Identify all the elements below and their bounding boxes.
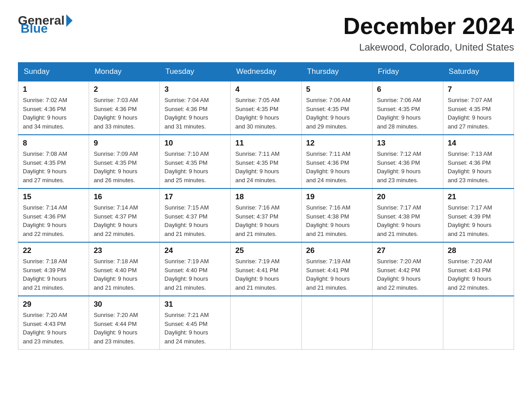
calendar-day-cell: 9 Sunrise: 7:09 AMSunset: 4:35 PMDayligh…: [89, 135, 160, 188]
calendar-day-cell: 29 Sunrise: 7:20 AMSunset: 4:43 PMDaylig…: [18, 296, 89, 350]
day-info: Sunrise: 7:18 AMSunset: 4:40 PMDaylight:…: [94, 258, 138, 291]
calendar-week-1: 1 Sunrise: 7:02 AMSunset: 4:36 PMDayligh…: [18, 81, 514, 135]
calendar-day-cell: 10 Sunrise: 7:10 AMSunset: 4:35 PMDaylig…: [160, 135, 231, 188]
day-number: 30: [94, 300, 155, 309]
calendar-day-cell: 22 Sunrise: 7:18 AMSunset: 4:39 PMDaylig…: [18, 242, 89, 296]
day-number: 27: [377, 246, 438, 255]
title-section: December 2024 Lakewood, Colorado, United…: [343, 13, 514, 53]
calendar-day-cell: 11 Sunrise: 7:11 AMSunset: 4:35 PMDaylig…: [231, 135, 301, 188]
weekday-header-friday: Friday: [372, 63, 443, 81]
logo-blue-text: Blue: [21, 21, 48, 36]
weekday-header-sunday: Sunday: [18, 63, 89, 81]
day-number: 22: [23, 246, 84, 255]
day-info: Sunrise: 7:07 AMSunset: 4:35 PMDaylight:…: [448, 97, 492, 130]
day-info: Sunrise: 7:12 AMSunset: 4:36 PMDaylight:…: [377, 150, 421, 184]
calendar-week-4: 22 Sunrise: 7:18 AMSunset: 4:39 PMDaylig…: [18, 242, 514, 296]
day-number: 4: [235, 85, 296, 94]
day-number: 5: [306, 85, 368, 94]
calendar-day-cell: 1 Sunrise: 7:02 AMSunset: 4:36 PMDayligh…: [18, 81, 89, 135]
calendar-day-cell: [301, 296, 372, 350]
calendar-day-cell: 3 Sunrise: 7:04 AMSunset: 4:36 PMDayligh…: [160, 81, 231, 135]
day-number: 20: [377, 193, 438, 201]
calendar-day-cell: 30 Sunrise: 7:20 AMSunset: 4:44 PMDaylig…: [89, 296, 160, 350]
day-number: 31: [164, 300, 226, 309]
day-number: 6: [377, 85, 438, 94]
calendar-day-cell: 14 Sunrise: 7:13 AMSunset: 4:36 PMDaylig…: [443, 135, 514, 188]
day-number: 26: [306, 246, 368, 255]
day-number: 3: [164, 85, 226, 94]
day-number: 10: [164, 139, 226, 148]
day-number: 1: [23, 85, 84, 94]
day-number: 12: [306, 139, 368, 148]
calendar-day-cell: [443, 296, 514, 350]
day-info: Sunrise: 7:03 AMSunset: 4:36 PMDaylight:…: [94, 97, 138, 130]
calendar-day-cell: 17 Sunrise: 7:15 AMSunset: 4:37 PMDaylig…: [160, 188, 231, 242]
day-number: 23: [94, 246, 155, 255]
calendar-day-cell: 19 Sunrise: 7:16 AMSunset: 4:38 PMDaylig…: [301, 188, 372, 242]
calendar-day-cell: 5 Sunrise: 7:06 AMSunset: 4:35 PMDayligh…: [301, 81, 372, 135]
day-number: 24: [164, 246, 226, 255]
logo-arrow-icon: [66, 14, 73, 27]
day-number: 15: [23, 193, 84, 201]
day-info: Sunrise: 7:20 AMSunset: 4:43 PMDaylight:…: [448, 258, 492, 291]
day-number: 21: [448, 193, 509, 201]
calendar-day-cell: 28 Sunrise: 7:20 AMSunset: 4:43 PMDaylig…: [443, 242, 514, 296]
day-number: 11: [235, 139, 296, 148]
page-header: General Blue December 2024 Lakewood, Col…: [18, 13, 514, 53]
day-info: Sunrise: 7:06 AMSunset: 4:35 PMDaylight:…: [377, 97, 421, 130]
calendar-day-cell: [372, 296, 443, 350]
weekday-header-wednesday: Wednesday: [231, 63, 301, 81]
day-number: 2: [94, 85, 155, 94]
calendar-day-cell: 6 Sunrise: 7:06 AMSunset: 4:35 PMDayligh…: [372, 81, 443, 135]
calendar-day-cell: 21 Sunrise: 7:17 AMSunset: 4:39 PMDaylig…: [443, 188, 514, 242]
day-number: 14: [448, 139, 509, 148]
day-number: 17: [164, 193, 226, 201]
day-info: Sunrise: 7:20 AMSunset: 4:42 PMDaylight:…: [377, 258, 421, 291]
calendar-day-cell: 7 Sunrise: 7:07 AMSunset: 4:35 PMDayligh…: [443, 81, 514, 135]
day-info: Sunrise: 7:20 AMSunset: 4:44 PMDaylight:…: [94, 312, 138, 345]
calendar-week-3: 15 Sunrise: 7:14 AMSunset: 4:36 PMDaylig…: [18, 188, 514, 242]
month-title: December 2024: [343, 13, 514, 39]
day-number: 29: [23, 300, 84, 309]
day-number: 16: [94, 193, 155, 201]
day-info: Sunrise: 7:04 AMSunset: 4:36 PMDaylight:…: [164, 97, 209, 130]
weekday-header-row: SundayMondayTuesdayWednesdayThursdayFrid…: [18, 63, 514, 81]
weekday-header-thursday: Thursday: [301, 63, 372, 81]
calendar-day-cell: 12 Sunrise: 7:11 AMSunset: 4:36 PMDaylig…: [301, 135, 372, 188]
day-info: Sunrise: 7:20 AMSunset: 4:43 PMDaylight:…: [23, 312, 67, 345]
day-number: 19: [306, 193, 368, 201]
calendar-day-cell: 25 Sunrise: 7:19 AMSunset: 4:41 PMDaylig…: [231, 242, 301, 296]
day-info: Sunrise: 7:18 AMSunset: 4:39 PMDaylight:…: [23, 258, 67, 291]
logo: General Blue: [18, 13, 74, 36]
calendar-day-cell: 2 Sunrise: 7:03 AMSunset: 4:36 PMDayligh…: [89, 81, 160, 135]
day-info: Sunrise: 7:02 AMSunset: 4:36 PMDaylight:…: [23, 97, 67, 130]
calendar-day-cell: 4 Sunrise: 7:05 AMSunset: 4:35 PMDayligh…: [231, 81, 301, 135]
calendar-day-cell: 16 Sunrise: 7:14 AMSunset: 4:37 PMDaylig…: [89, 188, 160, 242]
calendar-table: SundayMondayTuesdayWednesdayThursdayFrid…: [18, 62, 514, 350]
calendar-day-cell: 13 Sunrise: 7:12 AMSunset: 4:36 PMDaylig…: [372, 135, 443, 188]
calendar-day-cell: 20 Sunrise: 7:17 AMSunset: 4:38 PMDaylig…: [372, 188, 443, 242]
day-info: Sunrise: 7:05 AMSunset: 4:35 PMDaylight:…: [235, 97, 279, 130]
day-info: Sunrise: 7:19 AMSunset: 4:41 PMDaylight:…: [235, 258, 279, 291]
weekday-header-saturday: Saturday: [443, 63, 514, 81]
day-number: 7: [448, 85, 509, 94]
calendar-week-2: 8 Sunrise: 7:08 AMSunset: 4:35 PMDayligh…: [18, 135, 514, 188]
day-info: Sunrise: 7:16 AMSunset: 4:37 PMDaylight:…: [235, 204, 279, 237]
day-info: Sunrise: 7:11 AMSunset: 4:35 PMDaylight:…: [235, 150, 279, 184]
day-info: Sunrise: 7:08 AMSunset: 4:35 PMDaylight:…: [23, 150, 67, 184]
calendar-day-cell: 26 Sunrise: 7:19 AMSunset: 4:41 PMDaylig…: [301, 242, 372, 296]
calendar-day-cell: 18 Sunrise: 7:16 AMSunset: 4:37 PMDaylig…: [231, 188, 301, 242]
day-info: Sunrise: 7:13 AMSunset: 4:36 PMDaylight:…: [448, 150, 492, 184]
day-info: Sunrise: 7:14 AMSunset: 4:36 PMDaylight:…: [23, 204, 67, 237]
day-number: 18: [235, 193, 296, 201]
day-number: 9: [94, 139, 155, 148]
day-number: 28: [448, 246, 509, 255]
calendar-day-cell: 15 Sunrise: 7:14 AMSunset: 4:36 PMDaylig…: [18, 188, 89, 242]
day-info: Sunrise: 7:16 AMSunset: 4:38 PMDaylight:…: [306, 204, 351, 237]
calendar-day-cell: 27 Sunrise: 7:20 AMSunset: 4:42 PMDaylig…: [372, 242, 443, 296]
day-info: Sunrise: 7:10 AMSunset: 4:35 PMDaylight:…: [164, 150, 209, 184]
day-info: Sunrise: 7:21 AMSunset: 4:45 PMDaylight:…: [164, 312, 209, 345]
calendar-day-cell: 24 Sunrise: 7:19 AMSunset: 4:40 PMDaylig…: [160, 242, 231, 296]
calendar-day-cell: 31 Sunrise: 7:21 AMSunset: 4:45 PMDaylig…: [160, 296, 231, 350]
calendar-day-cell: [231, 296, 301, 350]
